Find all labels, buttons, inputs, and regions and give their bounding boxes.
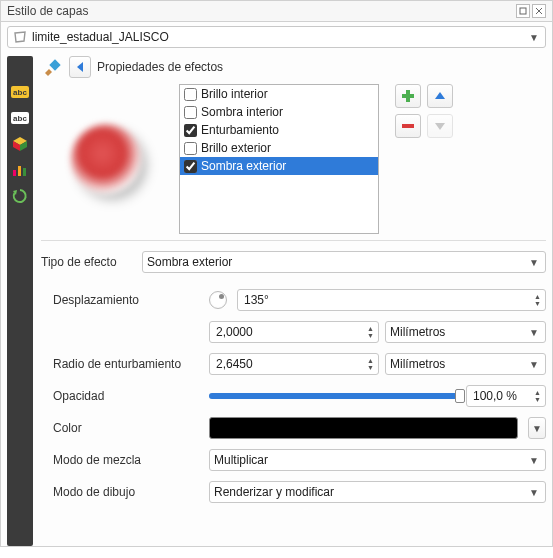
draw-label: Modo de dibujo xyxy=(53,485,203,499)
offset-unit-select[interactable]: Milímetros ▼ xyxy=(385,321,546,343)
draw-row: Modo de dibujo Renderizar y modificar ▼ xyxy=(41,479,546,505)
diagrams-icon[interactable] xyxy=(11,162,29,178)
effect-item-label: Sombra interior xyxy=(201,105,283,119)
color-label: Color xyxy=(53,421,203,435)
effect-item-label: Enturbamiento xyxy=(201,123,279,137)
remove-effect-button[interactable] xyxy=(395,114,421,138)
preview-symbol xyxy=(71,124,141,194)
blend-label: Modo de mezcla xyxy=(53,453,203,467)
layer-selector-row: limite_estadual_JALISCO ▼ xyxy=(1,22,552,52)
layer-styling-panel: Estilo de capas limite_estadual_JALISCO … xyxy=(0,0,553,547)
back-button[interactable] xyxy=(69,56,91,78)
effect-preview xyxy=(41,84,171,234)
effect-type-select[interactable]: Sombra exterior ▼ xyxy=(142,251,546,273)
effect-type-value: Sombra exterior xyxy=(147,255,232,269)
chevron-down-icon: ▼ xyxy=(527,327,541,338)
effect-checkbox[interactable] xyxy=(184,160,197,173)
blur-value: 2,6450 xyxy=(216,357,361,371)
svg-rect-11 xyxy=(13,170,16,176)
opacity-slider-wrap xyxy=(209,393,460,399)
svg-rect-12 xyxy=(18,166,21,176)
offset-label: Desplazamiento xyxy=(53,293,203,307)
content-area: Propiedades de efectos Brillo interiorSo… xyxy=(33,56,546,546)
opacity-spinner[interactable]: 100,0 % ▲▼ xyxy=(466,385,546,407)
effect-item-label: Sombra exterior xyxy=(201,159,286,173)
opacity-label: Opacidad xyxy=(53,389,203,403)
svg-marker-16 xyxy=(77,62,83,72)
spinner-arrows[interactable]: ▲▼ xyxy=(532,293,543,307)
layer-selector[interactable]: limite_estadual_JALISCO ▼ xyxy=(7,26,546,48)
dock-button[interactable] xyxy=(516,4,530,18)
svg-marker-3 xyxy=(15,32,25,42)
offset-angle-spinner[interactable]: 135° ▲▼ xyxy=(237,289,546,311)
history-icon[interactable] xyxy=(11,188,29,204)
symbology-icon[interactable]: abc xyxy=(11,84,29,100)
slider-fill xyxy=(209,393,460,399)
effects-list-item[interactable]: Sombra interior xyxy=(180,103,378,121)
opacity-value: 100,0 % xyxy=(473,389,528,403)
offset-angle-value: 135° xyxy=(244,293,528,307)
slider-thumb[interactable] xyxy=(455,389,465,403)
offset-distance-value: 2,0000 xyxy=(216,325,361,339)
draw-select[interactable]: Renderizar y modificar ▼ xyxy=(209,481,546,503)
effect-item-label: Brillo exterior xyxy=(201,141,271,155)
brush-icon xyxy=(41,56,63,78)
chevron-down-icon: ▼ xyxy=(527,32,541,43)
blend-row: Modo de mezcla Multiplicar ▼ xyxy=(41,447,546,473)
offset-distance-spinner[interactable]: 2,0000 ▲▼ xyxy=(209,321,379,343)
titlebar-buttons xyxy=(516,4,546,18)
svg-rect-20 xyxy=(402,124,414,128)
offset-distance-row: 2,0000 ▲▼ Milímetros ▼ xyxy=(41,319,546,345)
svg-text:abc: abc xyxy=(13,88,27,97)
labels-icon[interactable]: abc xyxy=(11,110,29,126)
panel-body: abc abc Prop xyxy=(1,52,552,546)
effects-list-item[interactable]: Enturbamiento xyxy=(180,121,378,139)
move-up-button[interactable] xyxy=(427,84,453,108)
chevron-down-icon: ▼ xyxy=(527,359,541,370)
effects-list-item[interactable]: Sombra exterior xyxy=(180,157,378,175)
titlebar: Estilo de capas xyxy=(1,1,552,22)
blur-unit-select[interactable]: Milímetros ▼ xyxy=(385,353,546,375)
blur-unit-value: Milímetros xyxy=(390,357,445,371)
svg-rect-13 xyxy=(23,168,26,176)
angle-dial[interactable] xyxy=(209,291,227,309)
spinner-arrows[interactable]: ▲▼ xyxy=(365,325,376,339)
effect-checkbox[interactable] xyxy=(184,142,197,155)
svg-rect-0 xyxy=(520,8,526,14)
effects-list[interactable]: Brillo interiorSombra interiorEnturbamie… xyxy=(179,84,379,234)
effects-header-row: Propiedades de efectos xyxy=(41,56,546,78)
blend-select[interactable]: Multiplicar ▼ xyxy=(209,449,546,471)
color-dropdown-button[interactable]: ▼ xyxy=(528,417,546,439)
effects-list-item[interactable]: Brillo exterior xyxy=(180,139,378,157)
close-button[interactable] xyxy=(532,4,546,18)
blur-spinner[interactable]: 2,6450 ▲▼ xyxy=(209,353,379,375)
svg-rect-15 xyxy=(49,59,60,70)
chevron-down-icon: ▼ xyxy=(527,487,541,498)
style-category-strip: abc abc xyxy=(7,56,33,546)
svg-marker-19 xyxy=(435,92,445,99)
svg-marker-21 xyxy=(435,123,445,130)
draw-value: Renderizar y modificar xyxy=(214,485,334,499)
blend-value: Multiplicar xyxy=(214,453,268,467)
spinner-arrows[interactable]: ▲▼ xyxy=(532,389,543,403)
effects-list-buttons xyxy=(395,84,453,138)
3d-view-icon[interactable] xyxy=(11,136,29,152)
opacity-slider[interactable] xyxy=(209,393,460,399)
effects-zone: Brillo interiorSombra interiorEnturbamie… xyxy=(41,84,546,234)
chevron-down-icon: ▼ xyxy=(527,455,541,466)
svg-text:abc: abc xyxy=(13,114,27,123)
effect-checkbox[interactable] xyxy=(184,106,197,119)
opacity-row: Opacidad 100,0 % ▲▼ xyxy=(41,383,546,409)
add-effect-button[interactable] xyxy=(395,84,421,108)
spinner-arrows[interactable]: ▲▼ xyxy=(365,357,376,371)
blur-label: Radio de enturbamiento xyxy=(53,357,203,371)
effects-list-item[interactable]: Brillo interior xyxy=(180,85,378,103)
offset-unit-value: Milímetros xyxy=(390,325,445,339)
effects-header-label: Propiedades de efectos xyxy=(97,60,223,74)
blur-row: Radio de enturbamiento 2,6450 ▲▼ Milímet… xyxy=(41,351,546,377)
move-down-button xyxy=(427,114,453,138)
color-swatch[interactable] xyxy=(209,417,518,439)
effect-checkbox[interactable] xyxy=(184,124,197,137)
effect-type-label: Tipo de efecto xyxy=(41,255,136,269)
effect-checkbox[interactable] xyxy=(184,88,197,101)
